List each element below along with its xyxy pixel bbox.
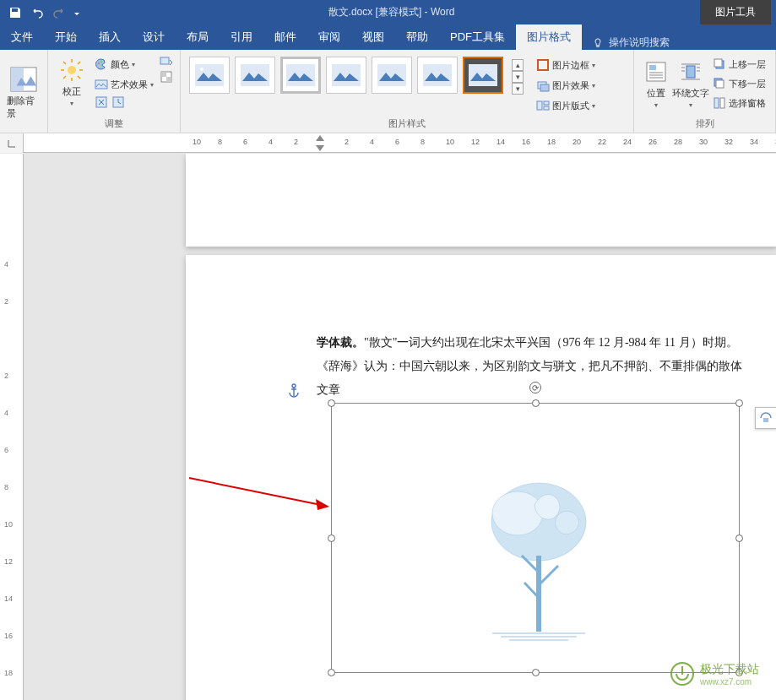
- ribbon-tabs: 文件 开始 插入 设计 布局 引用 邮件 审阅 视图 帮助 PDF工具集 图片格…: [0, 24, 776, 50]
- svg-rect-61: [763, 418, 768, 422]
- selection-label: 选择窗格: [729, 97, 766, 110]
- effects-icon: [536, 79, 550, 92]
- gallery-more[interactable]: ▾: [512, 83, 524, 95]
- picture-border-button[interactable]: 图片边框▾: [534, 56, 598, 74]
- tab-mailings[interactable]: 邮件: [263, 24, 307, 50]
- tab-help[interactable]: 帮助: [395, 24, 439, 50]
- style-thumb-4[interactable]: [326, 57, 366, 94]
- layout-options-icon: [758, 410, 773, 426]
- svg-rect-31: [540, 84, 549, 91]
- compress-pictures-button[interactable]: [95, 95, 108, 109]
- change-picture-button[interactable]: [160, 55, 173, 68]
- tab-view[interactable]: 视图: [351, 24, 395, 50]
- tab-layout[interactable]: 布局: [176, 24, 220, 50]
- ruler-strip[interactable]: 2 10864224681012141618202224262830323436: [24, 133, 776, 152]
- group-arrange: 位置▾ 环绕文字▾ 上移一层 下移一层 选择窗格: [634, 50, 776, 133]
- gallery-controls: ▴ ▾ ▾: [512, 59, 524, 95]
- tab-insert[interactable]: 插入: [88, 24, 132, 50]
- group-adjust: 校正 ▾ 颜色▾ 艺术效果▾: [48, 50, 181, 133]
- quick-access-toolbar: [5, 3, 83, 23]
- picture-effects-button[interactable]: 图片效果▾: [534, 76, 598, 95]
- tab-file[interactable]: 文件: [0, 24, 44, 50]
- layout-options-button[interactable]: [755, 407, 776, 429]
- style-thumb-6[interactable]: [417, 57, 458, 94]
- arrow-annotation: [187, 475, 331, 517]
- arrange-group-label: 排列: [639, 116, 770, 133]
- style-thumb-1[interactable]: [189, 57, 230, 94]
- artistic-effects-button[interactable]: 艺术效果▾: [92, 75, 156, 94]
- vertical-ruler[interactable]: 422468101214161820: [0, 154, 24, 700]
- svg-rect-26: [377, 64, 406, 86]
- document-title: 散文.docx [兼容模式] - Word: [83, 5, 700, 19]
- paragraph-1: 学体裁。"散文"一词大约出现在北宋太平兴国（976 年 12 月-984 年 1…: [317, 331, 752, 355]
- svg-marker-63: [316, 499, 329, 510]
- svg-line-62: [189, 478, 321, 505]
- svg-line-8: [78, 76, 80, 79]
- undo-button[interactable]: [27, 3, 47, 23]
- tell-me-search[interactable]: 操作说明搜索: [582, 35, 680, 50]
- rotate-handle[interactable]: ⟳: [529, 382, 541, 393]
- svg-rect-19: [161, 72, 166, 77]
- watermark-url: www.xz7.com: [700, 677, 759, 686]
- tell-me-label: 操作说明搜索: [609, 35, 670, 50]
- svg-rect-21: [195, 64, 224, 86]
- anchor-icon[interactable]: [287, 383, 301, 401]
- picture-layout-button[interactable]: 图片版式▾: [534, 96, 598, 115]
- corrections-button[interactable]: 校正 ▾: [53, 52, 90, 111]
- position-label: 位置: [647, 87, 665, 100]
- bring-forward-button[interactable]: 上移一层: [710, 55, 768, 73]
- resize-handle-ml[interactable]: [328, 534, 335, 542]
- save-button[interactable]: [5, 3, 25, 23]
- svg-line-7: [63, 62, 66, 64]
- svg-rect-48: [714, 59, 722, 67]
- ruler-corner[interactable]: [0, 133, 24, 153]
- selected-image-frame[interactable]: ⟳: [331, 403, 740, 673]
- resize-handle-tl[interactable]: [328, 399, 335, 407]
- style-thumb-2[interactable]: [235, 57, 275, 94]
- svg-rect-28: [469, 64, 497, 86]
- style-thumb-5[interactable]: [372, 57, 412, 94]
- tree-image: [459, 471, 619, 648]
- corrections-label: 校正: [62, 85, 81, 98]
- redo-button[interactable]: [49, 3, 69, 23]
- resize-handle-tm[interactable]: [532, 399, 540, 407]
- context-tab-picture-tools: 图片工具: [700, 0, 771, 24]
- horizontal-ruler[interactable]: 2 10864224681012141618202224262830323436: [0, 133, 776, 153]
- style-thumb-7[interactable]: [463, 57, 503, 94]
- transparency-button[interactable]: [160, 70, 173, 84]
- remove-bg-icon: [10, 66, 37, 93]
- tab-picture-format[interactable]: 图片格式: [516, 24, 582, 50]
- tab-design[interactable]: 设计: [132, 24, 176, 50]
- reset-picture-button[interactable]: [111, 95, 125, 109]
- tab-home[interactable]: 开始: [44, 24, 88, 50]
- svg-rect-50: [716, 80, 724, 88]
- svg-point-22: [200, 68, 203, 71]
- tab-review[interactable]: 审阅: [307, 24, 351, 50]
- position-button[interactable]: 位置▾: [639, 52, 673, 115]
- resize-handle-tr[interactable]: [735, 399, 743, 407]
- color-button[interactable]: 颜色▾: [92, 55, 156, 73]
- group-remove-bg: 删除背景: [0, 50, 48, 133]
- tab-references[interactable]: 引用: [220, 24, 263, 50]
- picture-styles-gallery: ▴ ▾ ▾: [186, 52, 527, 95]
- svg-rect-34: [544, 106, 549, 110]
- gallery-down[interactable]: ▾: [512, 71, 524, 83]
- tab-pdf[interactable]: PDF工具集: [439, 24, 516, 50]
- resize-handle-bl[interactable]: [328, 669, 335, 676]
- style-thumb-3[interactable]: [280, 57, 321, 94]
- resize-handle-mr[interactable]: [735, 534, 743, 542]
- lightbulb-icon: [592, 37, 604, 49]
- position-icon: [645, 61, 667, 83]
- selection-pane-button[interactable]: 选择窗格: [710, 94, 768, 112]
- svg-rect-14: [95, 80, 107, 89]
- qat-customize[interactable]: [71, 3, 83, 23]
- remove-background-button[interactable]: 删除背景: [5, 64, 42, 122]
- palette-icon: [95, 57, 108, 71]
- selection-icon: [713, 96, 726, 110]
- send-backward-button[interactable]: 下移一层: [710, 74, 768, 93]
- bold-span: 学体裁。: [317, 336, 364, 349]
- adjust-group-label: 调整: [53, 116, 175, 133]
- wrap-text-button[interactable]: 环绕文字▾: [673, 52, 708, 115]
- gallery-up[interactable]: ▴: [512, 59, 524, 71]
- resize-handle-bm[interactable]: [532, 669, 540, 676]
